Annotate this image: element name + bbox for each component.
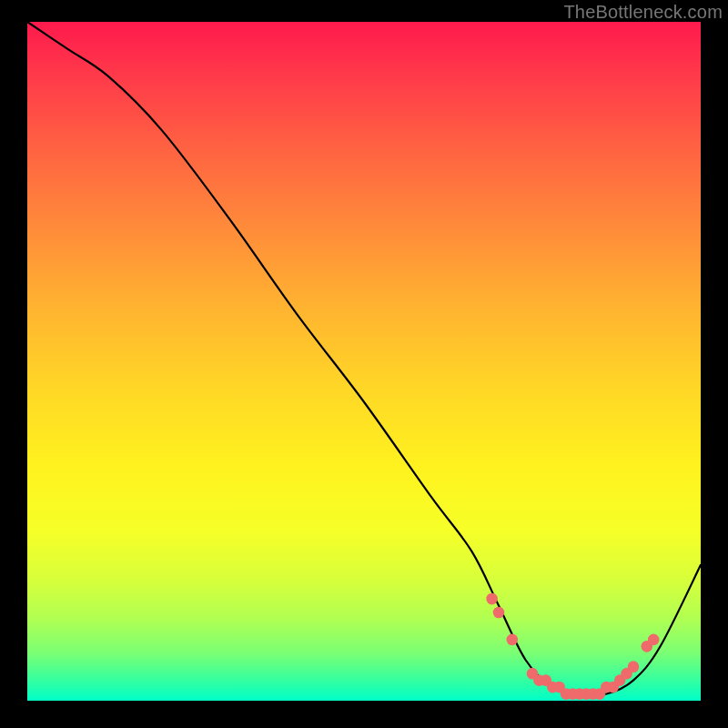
highlight-dot — [507, 634, 519, 646]
chart-svg — [27, 22, 701, 701]
highlight-dot — [493, 607, 505, 619]
highlight-dot — [486, 593, 498, 605]
bottleneck-curve — [27, 22, 701, 695]
chart-frame: TheBottleneck.com — [0, 0, 728, 728]
highlight-dot — [648, 634, 660, 646]
highlight-dot — [628, 661, 640, 672]
plot-area — [27, 22, 701, 701]
highlight-dots-group — [486, 593, 659, 700]
watermark-text: TheBottleneck.com — [563, 2, 723, 23]
